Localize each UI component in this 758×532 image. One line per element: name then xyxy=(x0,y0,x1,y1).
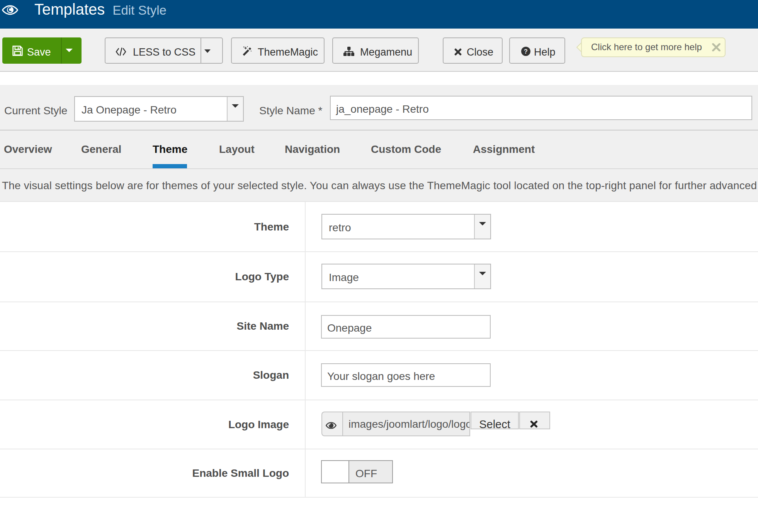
svg-text:?: ? xyxy=(524,48,528,55)
